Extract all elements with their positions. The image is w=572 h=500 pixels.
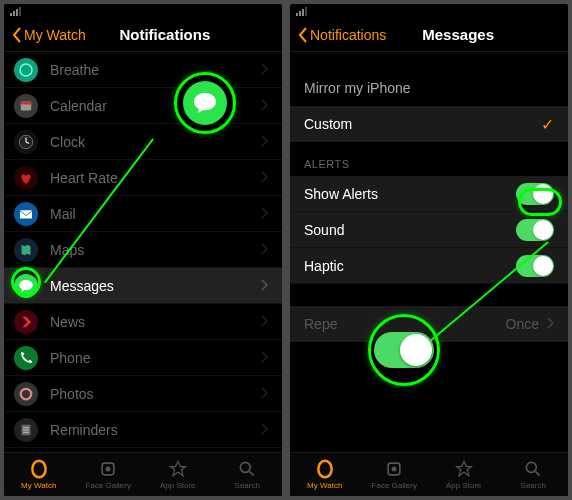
repeat-value: Once [506, 316, 539, 332]
mirror-label: Mirror my iPhone [304, 80, 411, 96]
nav-bar: Notifications Messages [290, 18, 568, 52]
messages-icon [14, 274, 38, 298]
checkmark-icon: ✓ [541, 115, 554, 134]
app-label: Calendar [50, 98, 261, 114]
tab-label: App Store [446, 481, 482, 490]
nav-bar: My Watch Notifications [4, 18, 282, 52]
chevron-left-icon [12, 27, 22, 43]
app-list: BreatheCalendarClockHeart RateMailMapsMe… [4, 52, 282, 484]
tab-icon [168, 459, 188, 479]
chevron-right-icon [261, 349, 268, 367]
chevron-right-icon [261, 169, 268, 187]
app-row-mail[interactable]: Mail [4, 196, 282, 232]
tab-icon [237, 459, 257, 479]
tab-icon [454, 459, 474, 479]
svg-point-11 [106, 467, 111, 472]
tab-my-watch[interactable]: My Watch [290, 453, 360, 496]
tab-label: My Watch [21, 481, 56, 490]
alert-label: Sound [304, 222, 344, 238]
toggle-switch[interactable] [516, 183, 554, 205]
tab-label: Search [235, 481, 260, 490]
news-icon [14, 310, 38, 334]
app-row-phone[interactable]: Phone [4, 340, 282, 376]
app-label: Breathe [50, 62, 261, 78]
photos-icon [14, 382, 38, 406]
speech-bubble-icon [192, 91, 218, 115]
chevron-right-icon [261, 133, 268, 151]
tab-app-store[interactable]: App Store [429, 453, 499, 496]
tab-label: Face Gallery [86, 481, 131, 490]
left-screen: My Watch Notifications BreatheCalendarCl… [4, 4, 282, 496]
alert-row-show-alerts[interactable]: Show Alerts [290, 176, 568, 212]
page-title: Messages [356, 26, 560, 43]
reminders-icon [14, 418, 38, 442]
svg-point-15 [392, 467, 397, 472]
app-label: Clock [50, 134, 261, 150]
app-row-messages[interactable]: Messages [4, 268, 282, 304]
app-row-breathe[interactable]: Breathe [4, 52, 282, 88]
tab-search[interactable]: Search [213, 453, 283, 496]
svg-point-0 [20, 64, 32, 76]
right-screen: Notifications Messages Mirror my iPhone … [290, 4, 568, 496]
chevron-right-icon [261, 421, 268, 439]
app-row-clock[interactable]: Clock [4, 124, 282, 160]
toggle-switch[interactable] [516, 255, 554, 277]
svg-point-13 [318, 461, 331, 478]
chevron-right-icon [261, 205, 268, 223]
alert-label: Show Alerts [304, 186, 378, 202]
app-row-news[interactable]: News [4, 304, 282, 340]
tab-icon [98, 459, 118, 479]
alert-row-sound[interactable]: Sound [290, 212, 568, 248]
tab-label: My Watch [307, 481, 342, 490]
app-row-heart[interactable]: Heart Rate [4, 160, 282, 196]
tab-icon [384, 459, 404, 479]
tab-icon [523, 459, 543, 479]
clock-icon [14, 130, 38, 154]
app-row-reminders[interactable]: Reminders [4, 412, 282, 448]
tab-label: Face Gallery [372, 481, 417, 490]
svg-rect-2 [21, 101, 32, 104]
alert-label: Haptic [304, 258, 344, 274]
toggle-switch[interactable] [516, 219, 554, 241]
tab-icon [29, 459, 49, 479]
tab-search[interactable]: Search [499, 453, 569, 496]
app-row-photos[interactable]: Photos [4, 376, 282, 412]
chevron-right-icon [261, 97, 268, 115]
heart-icon [14, 166, 38, 190]
app-label: Phone [50, 350, 261, 366]
app-label: Photos [50, 386, 261, 402]
maps-icon [14, 238, 38, 262]
signal-icon [10, 7, 21, 16]
app-label: Messages [50, 278, 261, 294]
chevron-right-icon [547, 316, 554, 332]
alert-row-haptic[interactable]: Haptic [290, 248, 568, 284]
app-label: Maps [50, 242, 261, 258]
mirror-iphone-row[interactable]: Mirror my iPhone [290, 70, 568, 106]
app-label: News [50, 314, 261, 330]
chevron-right-icon [261, 277, 268, 295]
calendar-icon [14, 94, 38, 118]
breathe-icon [14, 58, 38, 82]
tab-bar: My WatchFace GalleryApp StoreSearch [4, 452, 282, 496]
alerts-header: ALERTS [290, 142, 568, 176]
tab-my-watch[interactable]: My Watch [4, 453, 74, 496]
app-label: Reminders [50, 422, 261, 438]
app-row-maps[interactable]: Maps [4, 232, 282, 268]
app-row-calendar[interactable]: Calendar [4, 88, 282, 124]
tab-label: Search [521, 481, 546, 490]
toggle-large [374, 332, 434, 368]
svg-point-12 [241, 462, 251, 472]
page-title: Notifications [56, 26, 274, 43]
chevron-right-icon [261, 385, 268, 403]
tab-label: App Store [160, 481, 196, 490]
tab-face-gallery[interactable]: Face Gallery [360, 453, 430, 496]
app-label: Mail [50, 206, 261, 222]
tab-app-store[interactable]: App Store [143, 453, 213, 496]
custom-row[interactable]: Custom ✓ [290, 106, 568, 142]
status-bar [4, 4, 282, 18]
signal-icon [296, 7, 307, 16]
svg-point-9 [32, 461, 45, 478]
tab-face-gallery[interactable]: Face Gallery [74, 453, 144, 496]
messages-icon-large [183, 81, 227, 125]
phone-icon [14, 346, 38, 370]
